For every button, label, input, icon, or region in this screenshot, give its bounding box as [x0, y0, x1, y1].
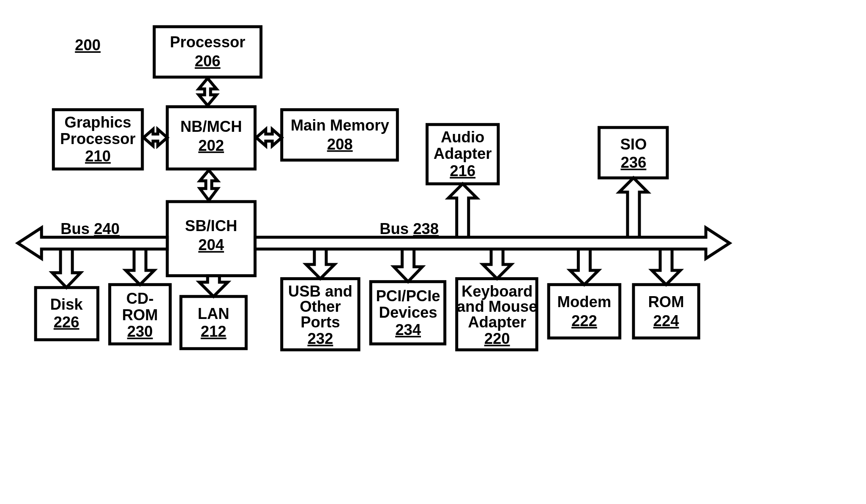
- connector-processor-nbmch: [199, 78, 216, 106]
- block-main-memory: Main Memory 208: [282, 110, 398, 160]
- svg-text:202: 202: [198, 137, 224, 154]
- svg-text:220: 220: [484, 330, 510, 347]
- svg-text:Modem: Modem: [557, 293, 612, 311]
- svg-text:Adapter: Adapter: [434, 145, 492, 162]
- svg-text:Ports: Ports: [301, 313, 340, 331]
- svg-text:222: 222: [571, 312, 597, 330]
- svg-text:Disk: Disk: [50, 296, 83, 313]
- svg-text:ROM: ROM: [648, 293, 684, 311]
- svg-text:LAN: LAN: [198, 305, 229, 322]
- block-usb: USB and Other Ports 232: [282, 279, 359, 350]
- block-keyboard-mouse-adapter: Keyboard and Mouse Adapter 220: [457, 279, 538, 350]
- svg-text:Other: Other: [300, 298, 341, 315]
- block-sbich: SB/ICH 204: [167, 202, 255, 275]
- svg-text:232: 232: [307, 330, 333, 347]
- block-pci: PCI/PCIe Devices 234: [371, 282, 445, 344]
- svg-text:Processor: Processor: [170, 33, 245, 51]
- block-nbmch: NB/MCH 202: [167, 107, 255, 169]
- svg-text:216: 216: [450, 162, 475, 180]
- svg-text:204: 204: [198, 236, 224, 253]
- svg-rect-47: [549, 285, 620, 338]
- svg-text:230: 230: [127, 323, 153, 340]
- block-rom: ROM 224: [634, 285, 699, 338]
- svg-text:Adapter: Adapter: [468, 313, 526, 331]
- connector-nbmch-sbich: [200, 170, 218, 201]
- svg-text:SIO: SIO: [620, 136, 647, 153]
- block-audio: Audio Adapter 216: [427, 125, 498, 184]
- svg-text:and Mouse: and Mouse: [457, 298, 537, 315]
- svg-text:210: 210: [85, 147, 111, 165]
- svg-text:224: 224: [653, 312, 680, 330]
- block-cdrom: CD- ROM 230: [110, 285, 170, 344]
- block-sio: SIO 236: [599, 128, 667, 178]
- svg-text:234: 234: [395, 321, 421, 338]
- svg-text:Devices: Devices: [379, 304, 437, 321]
- svg-text:USB and: USB and: [288, 283, 352, 300]
- block-graphics: Graphics Processor 210: [53, 110, 142, 169]
- svg-text:212: 212: [201, 323, 227, 340]
- svg-text:ROM: ROM: [122, 306, 158, 324]
- svg-text:Audio: Audio: [441, 128, 484, 146]
- svg-text:CD-: CD-: [126, 290, 154, 307]
- connector-nbmch-mainmem: [256, 129, 281, 146]
- connector-graphics-nbmch: [144, 129, 167, 146]
- svg-rect-50: [634, 285, 699, 338]
- svg-text:236: 236: [620, 154, 646, 171]
- svg-text:SB/ICH: SB/ICH: [185, 217, 238, 234]
- svg-text:206: 206: [195, 52, 221, 70]
- svg-text:Bus 238: Bus 238: [380, 220, 439, 237]
- block-modem: Modem 222: [549, 285, 620, 338]
- block-disk: Disk 226: [36, 288, 98, 340]
- svg-text:Bus 240: Bus 240: [60, 220, 120, 237]
- block-diagram: 200 Processor 206 Graphics Processor 210…: [0, 0, 866, 504]
- svg-text:Keyboard: Keyboard: [462, 283, 533, 300]
- svg-text:PCI/PCIe: PCI/PCIe: [376, 287, 440, 305]
- svg-text:NB/MCH: NB/MCH: [180, 118, 242, 135]
- figure-number: 200: [75, 36, 101, 54]
- block-processor: Processor 206: [154, 27, 261, 77]
- svg-text:Graphics: Graphics: [65, 114, 131, 131]
- svg-text:Main Memory: Main Memory: [291, 117, 390, 134]
- svg-text:Processor: Processor: [60, 130, 135, 147]
- svg-text:208: 208: [327, 136, 353, 153]
- svg-text:226: 226: [54, 313, 79, 331]
- block-lan: LAN 212: [181, 297, 246, 349]
